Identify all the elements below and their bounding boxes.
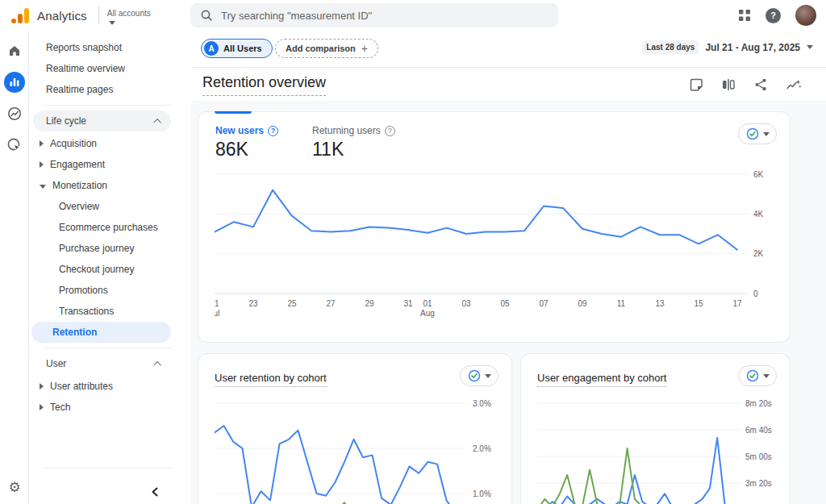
sidebar-item-promotions[interactable]: Promotions xyxy=(30,280,190,301)
expand-arrow-icon[interactable] xyxy=(40,140,44,147)
svg-text:03: 03 xyxy=(461,299,471,308)
expand-arrow-icon[interactable] xyxy=(40,161,44,168)
plus-icon: + xyxy=(361,43,368,54)
sidebar-item-retention[interactable]: Retention xyxy=(31,322,171,343)
returning-users-value: 11K xyxy=(312,139,395,160)
chevron-up-icon xyxy=(153,118,161,126)
advertising-icon[interactable] xyxy=(4,135,25,156)
svg-text:13: 13 xyxy=(655,299,665,308)
chevron-down-icon xyxy=(485,374,491,378)
sidebar-item-monetization[interactable]: Monetization xyxy=(30,175,190,196)
svg-text:6m 40s: 6m 40s xyxy=(745,426,772,435)
svg-text:8m 20s: 8m 20s xyxy=(745,399,772,408)
svg-text:23: 23 xyxy=(248,299,258,308)
chevron-up-icon xyxy=(153,360,161,369)
sidebar-item-tech[interactable]: Tech xyxy=(30,397,190,418)
date-range-label: Jul 21 - Aug 17, 2025 xyxy=(705,42,800,53)
data-quality-button[interactable] xyxy=(738,123,777,144)
svg-text:15: 15 xyxy=(694,299,703,308)
retention-cohort-chart[interactable]: 3.0%2.0%1.0% xyxy=(215,399,497,504)
date-range-picker[interactable]: Last 28 days Jul 21 - Aug 17, 2025 xyxy=(642,40,813,54)
section-header-life-cycle[interactable]: Life cycle xyxy=(33,110,171,131)
svg-text:17: 17 xyxy=(732,299,742,308)
search-input[interactable] xyxy=(190,3,558,27)
selected-metric-indicator xyxy=(215,111,252,114)
account-switcher[interactable]: All accounts xyxy=(107,6,151,25)
analytics-logo-icon[interactable] xyxy=(11,7,29,23)
sidebar-item-overview[interactable]: Overview xyxy=(30,196,190,217)
reports-sidebar: Reports snapshot Realtime overview Realt… xyxy=(30,31,190,504)
svg-text:27: 27 xyxy=(326,299,336,308)
sidebar-item-acquisition[interactable]: Acquisition xyxy=(30,133,190,154)
retention-cohort-card: User retention by cohort 3.0%2.0%1.0% xyxy=(198,353,512,504)
add-comparison-chip[interactable]: Add comparison + xyxy=(275,39,378,58)
svg-text:3.0%: 3.0% xyxy=(473,399,491,408)
date-preset-badge: Last 28 days xyxy=(642,40,699,54)
svg-text:29: 29 xyxy=(365,299,374,308)
users-by-day-chart[interactable]: 6K4K2K021Jul232527293101Aug0305070911131… xyxy=(215,170,775,328)
comparisons-icon[interactable] xyxy=(721,77,736,92)
engagement-cohort-chart[interactable]: 8m 20s6m 40s5m 00s3m 20s xyxy=(537,399,775,504)
expand-arrow-icon[interactable] xyxy=(40,404,44,410)
explore-icon[interactable] xyxy=(4,103,25,124)
info-icon[interactable]: ? xyxy=(268,126,278,136)
card-title: User engagement by cohort xyxy=(537,372,666,387)
sidebar-item-realtime-pages[interactable]: Realtime pages xyxy=(30,79,190,100)
svg-text:Jul: Jul xyxy=(215,309,219,318)
help-icon[interactable]: ? xyxy=(766,8,781,23)
report-canvas: New users ? 86K Returning users ? 11K xyxy=(191,101,826,504)
svg-text:09: 09 xyxy=(578,299,587,308)
check-circle-icon xyxy=(746,369,759,382)
metric-returning-users[interactable]: Returning users ? 11K xyxy=(312,125,395,160)
check-circle-icon xyxy=(468,369,481,382)
apps-grid-icon[interactable] xyxy=(738,9,751,22)
page-title: Retention overview xyxy=(202,74,326,96)
sidebar-item-realtime-overview[interactable]: Realtime overview xyxy=(30,58,190,79)
insights-icon[interactable] xyxy=(786,77,802,92)
report-actions xyxy=(689,77,802,92)
data-quality-button[interactable] xyxy=(460,365,499,386)
sidebar-bottom-divider xyxy=(43,468,171,469)
card-title: User retention by cohort xyxy=(215,372,327,387)
sidebar-item-purchase-journey[interactable]: Purchase journey xyxy=(30,238,190,259)
note-icon[interactable] xyxy=(689,77,703,92)
all-users-chip[interactable]: A All Users xyxy=(201,39,273,58)
collapse-sidebar-icon[interactable] xyxy=(150,486,160,498)
sidebar-item-ecommerce-purchases[interactable]: Ecommerce purchases xyxy=(30,217,190,238)
home-icon[interactable] xyxy=(4,40,25,61)
data-quality-button[interactable] xyxy=(738,365,777,386)
svg-text:25: 25 xyxy=(287,299,297,308)
svg-text:07: 07 xyxy=(539,299,549,308)
share-icon[interactable] xyxy=(753,77,768,92)
search-icon xyxy=(200,9,213,22)
search-box xyxy=(190,3,558,27)
brand-divider xyxy=(98,6,99,24)
chevron-down-icon xyxy=(763,374,770,378)
sidebar-item-reports-snapshot[interactable]: Reports snapshot xyxy=(30,37,190,58)
expand-arrow-icon[interactable] xyxy=(40,383,44,389)
account-switcher-label: All accounts xyxy=(107,9,151,18)
svg-text:2.0%: 2.0% xyxy=(473,444,491,453)
info-icon[interactable]: ? xyxy=(385,126,395,136)
section-header-user[interactable]: User xyxy=(33,353,171,374)
collapse-arrow-icon[interactable] xyxy=(40,185,46,189)
main-area: A All Users Add comparison + Last 28 day… xyxy=(191,31,826,504)
sidebar-item-transactions[interactable]: Transactions xyxy=(30,301,190,322)
topbar-actions: ? xyxy=(738,0,816,31)
svg-text:21: 21 xyxy=(215,299,219,308)
svg-text:2K: 2K xyxy=(753,249,764,258)
avatar[interactable] xyxy=(795,5,816,26)
nav-rail: ⚙ xyxy=(0,31,29,504)
svg-text:01: 01 xyxy=(423,299,432,308)
sidebar-item-engagement[interactable]: Engagement xyxy=(30,154,190,175)
chevron-down-icon xyxy=(763,132,770,136)
sidebar-divider xyxy=(43,105,171,106)
svg-text:1.0%: 1.0% xyxy=(473,489,491,498)
reports-icon[interactable] xyxy=(4,72,25,93)
chevron-down-icon xyxy=(807,45,813,49)
topbar: Analytics All accounts ? xyxy=(0,0,826,31)
metric-new-users[interactable]: New users ? 86K xyxy=(215,125,278,160)
sidebar-item-user-attributes[interactable]: User attributes xyxy=(30,376,190,397)
sidebar-item-checkout-journey[interactable]: Checkout journey xyxy=(30,259,190,280)
admin-gear-icon[interactable]: ⚙ xyxy=(0,479,29,496)
